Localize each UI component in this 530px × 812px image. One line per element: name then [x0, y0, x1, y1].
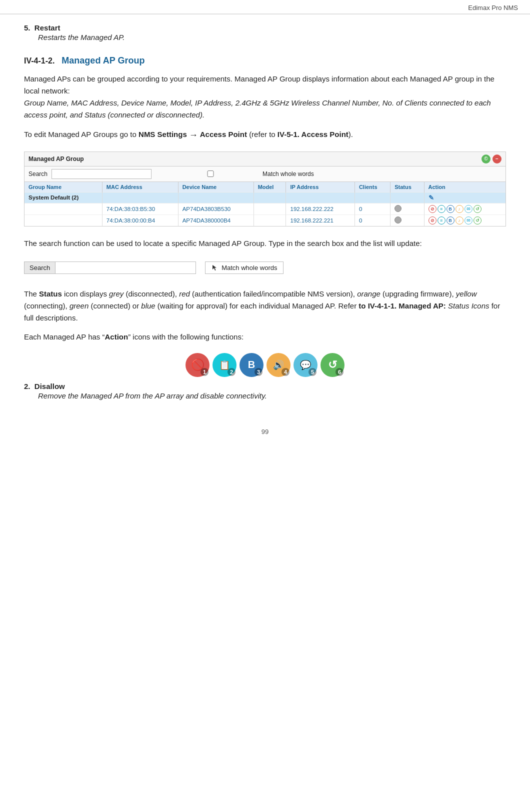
- edit-line: To edit Managed AP Groups go to NMS Sett…: [24, 128, 506, 142]
- action-icon-3: B 3: [240, 353, 264, 377]
- ap-group-data-table: Group Name MAC Address Device Name Model…: [24, 182, 506, 226]
- table-search-bar: Search Match whole words: [24, 166, 506, 182]
- search-desc: The search function can be used to locat…: [24, 238, 506, 250]
- action-chat[interactable]: ✉: [464, 216, 472, 224]
- status-green: green: [70, 302, 88, 310]
- action-volume[interactable]: ♪: [456, 216, 464, 224]
- match-whole-words-checkbox-area[interactable]: Match whole words: [160, 170, 314, 178]
- status-grey: grey: [109, 290, 124, 298]
- svg-marker-0: [212, 265, 216, 270]
- col-status: Status: [390, 182, 424, 192]
- clients-cell: 0: [354, 214, 390, 226]
- search-demo-input[interactable]: [56, 262, 196, 274]
- table-row: 74:DA:38:03:B5:30 AP74DA3803B530 192.168…: [24, 203, 506, 214]
- match-whole-words-label: Match whole words: [262, 170, 314, 178]
- disallow-heading: 2. Disallow: [24, 382, 506, 390]
- action-refresh[interactable]: ↺: [474, 205, 482, 213]
- action-bold: Action: [105, 332, 128, 341]
- table-header-bar: Managed AP Group © −: [24, 152, 506, 166]
- cursor-icon: [212, 264, 218, 271]
- status-yellow: yellow: [456, 290, 477, 298]
- section-title: Managed AP Group: [62, 56, 144, 66]
- status-refer: to IV-4-1-1. Managed AP:: [358, 302, 446, 310]
- search-demo-label: Search: [24, 262, 56, 274]
- device-name-cell: AP74DA3803B530: [178, 203, 254, 214]
- action-disallow[interactable]: ⊘: [428, 205, 436, 213]
- group-name-cell: System Default (2): [24, 192, 102, 203]
- action-icons-demo: 🚫 1 📋 2 B 3 🔊 4 💬 5 ↺ 6: [24, 353, 506, 377]
- ip-address-cell: 192.168.222.221: [286, 214, 354, 226]
- col-group-name: Group Name: [24, 182, 102, 192]
- intro-para: Managed APs can be grouped according to …: [24, 73, 506, 121]
- status-icons-label: Status Icons: [448, 302, 490, 310]
- action-icon-1: 🚫 1: [186, 353, 210, 377]
- col-mac: MAC Address: [102, 182, 178, 192]
- table-collapse-icon[interactable]: −: [492, 154, 502, 164]
- col-action: Action: [424, 182, 506, 192]
- action-b[interactable]: B: [446, 216, 454, 224]
- action-icon-5: 💬 5: [294, 353, 318, 377]
- action-config[interactable]: ≡: [438, 216, 446, 224]
- col-device-name: Device Name: [178, 182, 254, 192]
- table-refresh-icon[interactable]: ©: [482, 154, 490, 164]
- search-label: Search: [28, 170, 48, 178]
- mac-address-cell: 74:DA:38:00:00:B4: [102, 214, 178, 226]
- action-para: Each Managed AP has “Action” icons with …: [24, 331, 506, 343]
- ip-address-cell: 192.168.222.222: [286, 203, 354, 214]
- search-demo-input-area[interactable]: Search: [24, 262, 196, 274]
- action-disallow[interactable]: ⊘: [428, 216, 436, 224]
- col-model: Model: [254, 182, 286, 192]
- status-blue: blue: [141, 302, 155, 310]
- action-volume[interactable]: ♪: [456, 205, 464, 213]
- search-demo-area: Search Match whole words: [24, 256, 506, 279]
- table-row: 74:DA:38:00:00:B4 AP74DA380000B4 192.168…: [24, 214, 506, 226]
- status-orange: orange: [357, 290, 380, 298]
- arrow-icon: →: [189, 130, 198, 140]
- action-icons-row1[interactable]: ⊘ ≡ B ♪ ✉ ↺: [428, 205, 502, 213]
- group-row-edit-icon[interactable]: ✎: [428, 194, 434, 202]
- action-icon-6: ↺ 6: [320, 353, 344, 377]
- page-number: 99: [262, 428, 268, 436]
- action-icon-2: 📋 2: [212, 353, 236, 377]
- status-red: red: [179, 290, 190, 298]
- section-number: IV-4-1-2.: [24, 56, 54, 66]
- managed-ap-group-table: Managed AP Group © − Search Match whole …: [24, 152, 506, 226]
- page-header: Edimax Pro NMS: [0, 0, 530, 14]
- table-title: Managed AP Group: [28, 156, 84, 162]
- match-whole-words-demo[interactable]: Match whole words: [205, 262, 284, 274]
- disallow-subtext: Remove the Managed AP from the AP array …: [38, 392, 506, 400]
- col-clients: Clients: [354, 182, 390, 192]
- status-icon: [394, 205, 402, 212]
- search-input[interactable]: [52, 169, 152, 179]
- status-bold: Status: [39, 290, 62, 298]
- col-ip: IP Address: [286, 182, 354, 192]
- status-icon: [394, 216, 402, 224]
- group-row-system-default: System Default (2) ✎: [24, 192, 506, 203]
- match-demo-label: Match whole words: [222, 264, 277, 272]
- section-iv412-header: IV-4-1-2. Managed AP Group: [24, 56, 506, 66]
- action-icon-4: 🔊 4: [266, 353, 290, 377]
- status-para: The Status icon displays grey (disconnec…: [24, 288, 506, 324]
- status-cell: [390, 203, 424, 214]
- action-chat[interactable]: ✉: [464, 205, 472, 213]
- restart-heading: 5. Restart: [24, 24, 506, 32]
- app-title: Edimax Pro NMS: [468, 4, 518, 12]
- section-disallow: 2. Disallow Remove the Managed AP from t…: [24, 382, 506, 400]
- table-header-row: Group Name MAC Address Device Name Model…: [24, 182, 506, 192]
- table-header-icons[interactable]: © −: [482, 154, 502, 164]
- match-whole-words-checkbox[interactable]: [160, 170, 260, 177]
- status-cell: [390, 214, 424, 226]
- page-footer: 99: [0, 423, 530, 444]
- action-b[interactable]: B: [446, 205, 454, 213]
- mac-address-cell: 74:DA:38:03:B5:30: [102, 203, 178, 214]
- action-refresh[interactable]: ↺: [474, 216, 482, 224]
- clients-cell: 0: [354, 203, 390, 214]
- device-name-cell: AP74DA380000B4: [178, 214, 254, 226]
- action-config[interactable]: ≡: [438, 205, 446, 213]
- restart-subtext: Restarts the Managed AP.: [38, 33, 506, 42]
- section-restart: 5. Restart Restarts the Managed AP.: [24, 24, 506, 42]
- action-icons-row2[interactable]: ⊘ ≡ B ♪ ✉ ↺: [428, 216, 502, 224]
